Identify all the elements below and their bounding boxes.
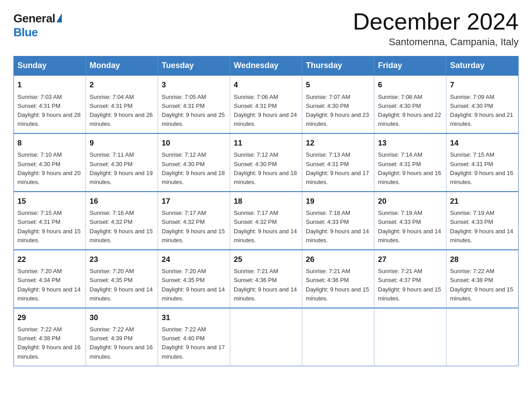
calendar-week-2: 8Sunrise: 7:10 AMSunset: 4:30 PMDaylight… <box>14 133 519 192</box>
col-header-monday: Monday <box>86 56 158 76</box>
calendar-week-1: 1Sunrise: 7:03 AMSunset: 4:31 PMDaylight… <box>14 75 519 133</box>
col-header-friday: Friday <box>374 56 446 76</box>
col-header-thursday: Thursday <box>302 56 374 76</box>
calendar-body: 1Sunrise: 7:03 AMSunset: 4:31 PMDaylight… <box>14 75 519 366</box>
day-number: 10 <box>162 137 226 149</box>
day-info: Sunrise: 7:03 AMSunset: 4:31 PMDaylight:… <box>17 93 82 129</box>
calendar-cell: 4Sunrise: 7:06 AMSunset: 4:31 PMDaylight… <box>230 75 302 133</box>
day-number: 3 <box>162 79 226 91</box>
day-info: Sunrise: 7:20 AMSunset: 4:34 PMDaylight:… <box>17 267 82 303</box>
day-number: 26 <box>306 254 370 265</box>
calendar-cell: 30Sunrise: 7:22 AMSunset: 4:39 PMDayligh… <box>86 308 158 366</box>
day-number: 24 <box>162 254 226 265</box>
logo: General Blue <box>13 12 62 39</box>
calendar-header-row: SundayMondayTuesdayWednesdayThursdayFrid… <box>14 56 519 76</box>
title-block: December 2024 Santomenna, Campania, Ital… <box>353 9 519 48</box>
calendar-cell: 31Sunrise: 7:22 AMSunset: 4:40 PMDayligh… <box>158 308 230 366</box>
day-info: Sunrise: 7:15 AMSunset: 4:31 PMDaylight:… <box>17 209 82 245</box>
day-info: Sunrise: 7:12 AMSunset: 4:30 PMDaylight:… <box>234 150 298 187</box>
page-header: General Blue December 2024 Santomenna, C… <box>13 9 519 48</box>
day-number: 1 <box>17 79 82 91</box>
calendar-cell: 7Sunrise: 7:09 AMSunset: 4:30 PMDaylight… <box>446 75 519 133</box>
day-info: Sunrise: 7:17 AMSunset: 4:32 PMDaylight:… <box>234 209 298 245</box>
col-header-wednesday: Wednesday <box>230 56 302 76</box>
day-number: 7 <box>450 79 515 91</box>
calendar-cell: 9Sunrise: 7:11 AMSunset: 4:30 PMDaylight… <box>86 133 158 192</box>
day-info: Sunrise: 7:07 AMSunset: 4:30 PMDaylight:… <box>306 93 370 129</box>
calendar-cell: 8Sunrise: 7:10 AMSunset: 4:30 PMDaylight… <box>14 133 86 192</box>
day-number: 6 <box>378 79 442 91</box>
day-number: 25 <box>234 254 298 265</box>
day-info: Sunrise: 7:22 AMSunset: 4:40 PMDaylight:… <box>162 325 226 361</box>
day-info: Sunrise: 7:10 AMSunset: 4:30 PMDaylight:… <box>17 150 82 187</box>
day-number: 8 <box>17 137 82 149</box>
calendar-cell: 25Sunrise: 7:21 AMSunset: 4:36 PMDayligh… <box>230 250 302 308</box>
day-info: Sunrise: 7:20 AMSunset: 4:35 PMDaylight:… <box>90 267 154 303</box>
calendar-cell: 27Sunrise: 7:21 AMSunset: 4:37 PMDayligh… <box>374 250 446 308</box>
calendar-cell: 17Sunrise: 7:17 AMSunset: 4:32 PMDayligh… <box>158 192 230 250</box>
calendar-week-5: 29Sunrise: 7:22 AMSunset: 4:38 PMDayligh… <box>14 308 519 366</box>
day-number: 23 <box>90 254 154 265</box>
day-number: 20 <box>378 196 442 207</box>
location-subtitle: Santomenna, Campania, Italy <box>353 36 519 48</box>
calendar-cell: 29Sunrise: 7:22 AMSunset: 4:38 PMDayligh… <box>14 308 86 366</box>
calendar-cell: 19Sunrise: 7:18 AMSunset: 4:33 PMDayligh… <box>302 192 374 250</box>
day-number: 21 <box>450 196 515 207</box>
day-info: Sunrise: 7:04 AMSunset: 4:31 PMDaylight:… <box>90 93 154 129</box>
calendar-cell: 6Sunrise: 7:08 AMSunset: 4:30 PMDaylight… <box>374 75 446 133</box>
month-title: December 2024 <box>353 9 519 34</box>
day-number: 31 <box>162 312 226 324</box>
day-info: Sunrise: 7:14 AMSunset: 4:31 PMDaylight:… <box>378 150 442 187</box>
calendar-cell: 14Sunrise: 7:15 AMSunset: 4:31 PMDayligh… <box>446 133 519 192</box>
day-number: 5 <box>306 79 370 91</box>
day-number: 4 <box>234 79 298 91</box>
day-info: Sunrise: 7:15 AMSunset: 4:31 PMDaylight:… <box>450 150 515 187</box>
calendar-cell <box>230 308 302 366</box>
day-info: Sunrise: 7:06 AMSunset: 4:31 PMDaylight:… <box>234 93 298 129</box>
calendar-cell: 26Sunrise: 7:21 AMSunset: 4:36 PMDayligh… <box>302 250 374 308</box>
day-info: Sunrise: 7:19 AMSunset: 4:33 PMDaylight:… <box>378 209 442 245</box>
day-info: Sunrise: 7:21 AMSunset: 4:36 PMDaylight:… <box>306 267 370 303</box>
calendar-cell: 20Sunrise: 7:19 AMSunset: 4:33 PMDayligh… <box>374 192 446 250</box>
day-number: 13 <box>378 137 442 149</box>
day-info: Sunrise: 7:19 AMSunset: 4:33 PMDaylight:… <box>450 209 515 245</box>
calendar-cell <box>374 308 446 366</box>
day-info: Sunrise: 7:22 AMSunset: 4:38 PMDaylight:… <box>17 325 82 361</box>
calendar-cell: 21Sunrise: 7:19 AMSunset: 4:33 PMDayligh… <box>446 192 519 250</box>
day-info: Sunrise: 7:17 AMSunset: 4:32 PMDaylight:… <box>162 209 226 245</box>
day-number: 17 <box>162 196 226 207</box>
calendar-cell: 10Sunrise: 7:12 AMSunset: 4:30 PMDayligh… <box>158 133 230 192</box>
calendar-cell <box>302 308 374 366</box>
logo-blue-text: Blue <box>13 26 38 39</box>
calendar-table: SundayMondayTuesdayWednesdayThursdayFrid… <box>13 56 519 366</box>
day-number: 12 <box>306 137 370 149</box>
col-header-sunday: Sunday <box>14 56 86 76</box>
calendar-cell: 1Sunrise: 7:03 AMSunset: 4:31 PMDaylight… <box>14 75 86 133</box>
calendar-cell: 15Sunrise: 7:15 AMSunset: 4:31 PMDayligh… <box>14 192 86 250</box>
day-number: 11 <box>234 137 298 149</box>
calendar-cell: 18Sunrise: 7:17 AMSunset: 4:32 PMDayligh… <box>230 192 302 250</box>
day-number: 2 <box>90 79 154 91</box>
calendar-cell: 3Sunrise: 7:05 AMSunset: 4:31 PMDaylight… <box>158 75 230 133</box>
day-number: 19 <box>306 196 370 207</box>
col-header-tuesday: Tuesday <box>158 56 230 76</box>
day-info: Sunrise: 7:05 AMSunset: 4:31 PMDaylight:… <box>162 93 226 129</box>
day-info: Sunrise: 7:09 AMSunset: 4:30 PMDaylight:… <box>450 93 515 129</box>
day-number: 18 <box>234 196 298 207</box>
day-number: 30 <box>90 312 154 324</box>
calendar-cell: 16Sunrise: 7:16 AMSunset: 4:32 PMDayligh… <box>86 192 158 250</box>
calendar-cell: 5Sunrise: 7:07 AMSunset: 4:30 PMDaylight… <box>302 75 374 133</box>
day-info: Sunrise: 7:22 AMSunset: 4:38 PMDaylight:… <box>450 267 515 303</box>
day-number: 16 <box>90 196 154 207</box>
day-info: Sunrise: 7:12 AMSunset: 4:30 PMDaylight:… <box>162 150 226 187</box>
day-info: Sunrise: 7:13 AMSunset: 4:31 PMDaylight:… <box>306 150 370 187</box>
calendar-cell: 24Sunrise: 7:20 AMSunset: 4:35 PMDayligh… <box>158 250 230 308</box>
calendar-week-4: 22Sunrise: 7:20 AMSunset: 4:34 PMDayligh… <box>14 250 519 308</box>
calendar-cell: 11Sunrise: 7:12 AMSunset: 4:30 PMDayligh… <box>230 133 302 192</box>
day-number: 29 <box>17 312 82 324</box>
day-info: Sunrise: 7:11 AMSunset: 4:30 PMDaylight:… <box>90 150 154 187</box>
day-info: Sunrise: 7:21 AMSunset: 4:37 PMDaylight:… <box>378 267 442 303</box>
calendar-cell: 13Sunrise: 7:14 AMSunset: 4:31 PMDayligh… <box>374 133 446 192</box>
calendar-cell: 23Sunrise: 7:20 AMSunset: 4:35 PMDayligh… <box>86 250 158 308</box>
calendar-cell: 28Sunrise: 7:22 AMSunset: 4:38 PMDayligh… <box>446 250 519 308</box>
